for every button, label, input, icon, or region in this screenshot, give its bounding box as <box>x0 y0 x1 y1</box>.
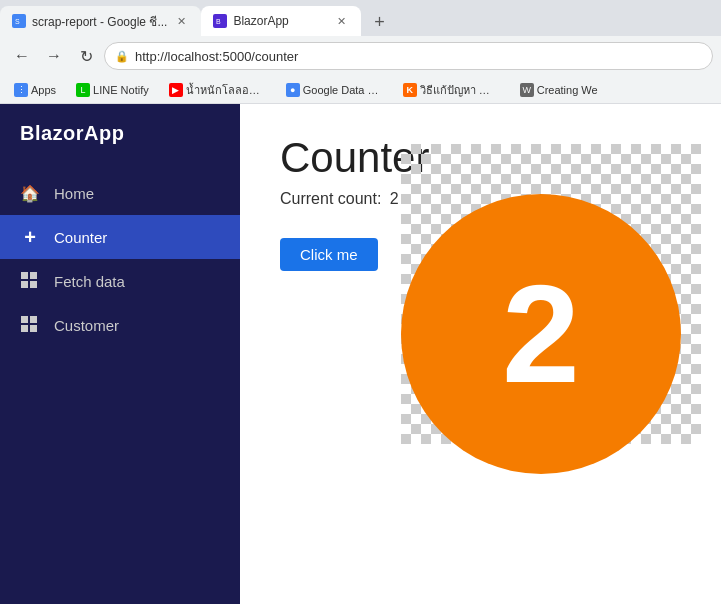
app-layout: BlazorApp 🏠 Home + Counter <box>0 104 721 604</box>
k-icon: K <box>403 83 417 97</box>
counter-icon: + <box>20 227 40 247</box>
sidebar-item-home[interactable]: 🏠 Home <box>0 171 240 215</box>
google-data-icon: ● <box>286 83 300 97</box>
sidebar: BlazorApp 🏠 Home + Counter <box>0 104 240 604</box>
bookmark-google-data[interactable]: ● Google Data Studio <box>280 81 389 99</box>
sidebar-item-customer-label: Customer <box>54 317 119 334</box>
nav-bar: ← → ↻ 🔒 http://localhost:5000/counter <box>0 36 721 76</box>
customer-icon <box>20 315 40 335</box>
svg-rect-6 <box>21 281 28 288</box>
sidebar-item-customer[interactable]: Customer <box>0 303 240 347</box>
tab-bar: S scrap-report - Google ชี... ✕ B Blazor… <box>0 0 721 36</box>
tab-blazor[interactable]: B BlazorApp ✕ <box>201 6 361 36</box>
bookmarks-bar: ⋮ Apps L LINE Notify ▶ น้ำหนักโลลอนสูงสุ… <box>0 76 721 104</box>
bookmark-k-label: วิธีแก้ปัญหา Window... <box>420 81 500 99</box>
tab-scrap-favicon: S <box>12 14 26 28</box>
tab-blazor-label: BlazorApp <box>233 14 288 28</box>
browser-chrome: S scrap-report - Google ชี... ✕ B Blazor… <box>0 0 721 104</box>
bookmark-k[interactable]: K วิธีแก้ปัญหา Window... <box>397 79 506 101</box>
creating-icon: W <box>520 83 534 97</box>
tab-scrap-close[interactable]: ✕ <box>173 13 189 29</box>
svg-rect-5 <box>30 272 37 279</box>
sidebar-item-fetch-data-label: Fetch data <box>54 273 125 290</box>
svg-rect-10 <box>21 325 28 332</box>
bookmark-creating[interactable]: W Creating We <box>514 81 604 99</box>
sidebar-item-counter[interactable]: + Counter <box>0 215 240 259</box>
line-icon: L <box>76 83 90 97</box>
address-bar[interactable]: 🔒 http://localhost:5000/counter <box>104 42 713 70</box>
current-count-label: Current count: <box>280 190 381 207</box>
fetch-data-icon <box>20 271 40 291</box>
apps-icon: ⋮ <box>14 83 28 97</box>
bookmark-apps-label: Apps <box>31 84 56 96</box>
back-button[interactable]: ← <box>8 42 36 70</box>
svg-text:B: B <box>216 18 221 25</box>
counter-circle-value: 2 <box>502 253 580 415</box>
lock-icon: 🔒 <box>115 50 129 63</box>
tab-blazor-favicon: B <box>213 14 227 28</box>
bookmark-youtube-label: น้ำหนักโลลอนสูงสุดน้ำ... <box>186 81 266 99</box>
bookmark-creating-label: Creating We <box>537 84 598 96</box>
sidebar-item-counter-label: Counter <box>54 229 107 246</box>
bookmark-google-data-label: Google Data Studio <box>303 84 383 96</box>
bookmark-apps[interactable]: ⋮ Apps <box>8 81 62 99</box>
sidebar-item-home-label: Home <box>54 185 94 202</box>
svg-rect-11 <box>30 325 37 332</box>
svg-rect-8 <box>21 316 28 323</box>
main-content: Counter Current count: 2 Click me 2 <box>240 104 721 604</box>
bookmark-line-label: LINE Notify <box>93 84 149 96</box>
forward-button[interactable]: → <box>40 42 68 70</box>
click-me-button[interactable]: Click me <box>280 238 378 271</box>
svg-rect-4 <box>21 272 28 279</box>
tab-blazor-close[interactable]: ✕ <box>333 13 349 29</box>
svg-text:S: S <box>15 18 20 25</box>
sidebar-item-fetch-data[interactable]: Fetch data <box>0 259 240 303</box>
counter-circle: 2 <box>401 194 681 474</box>
svg-rect-9 <box>30 316 37 323</box>
sidebar-brand: BlazorApp <box>0 104 240 163</box>
bookmark-line[interactable]: L LINE Notify <box>70 81 155 99</box>
tab-scrap-label: scrap-report - Google ชี... <box>32 12 167 31</box>
sidebar-nav: 🏠 Home + Counter Fetch data <box>0 163 240 355</box>
new-tab-button[interactable]: + <box>365 8 393 36</box>
address-text: http://localhost:5000/counter <box>135 49 298 64</box>
youtube-icon: ▶ <box>169 83 183 97</box>
sidebar-brand-text: BlazorApp <box>20 122 125 144</box>
current-count-value: 2 <box>390 190 399 207</box>
tab-scrap[interactable]: S scrap-report - Google ชี... ✕ <box>0 6 201 36</box>
svg-rect-7 <box>30 281 37 288</box>
counter-circle-wrapper: 2 <box>401 144 701 444</box>
home-icon: 🏠 <box>20 183 40 203</box>
bookmark-youtube[interactable]: ▶ น้ำหนักโลลอนสูงสุดน้ำ... <box>163 79 272 101</box>
reload-button[interactable]: ↻ <box>72 42 100 70</box>
